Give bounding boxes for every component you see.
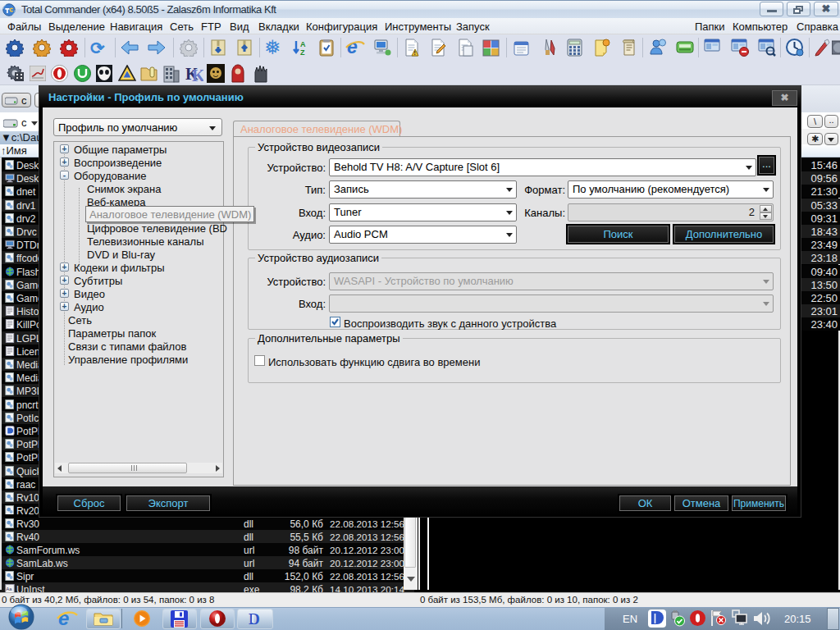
svg-text:e: e [58,608,69,629]
svg-text:Aa: Aa [7,587,13,591]
svg-text:D: D [249,610,260,627]
svg-text:K: K [192,66,203,83]
svg-text:Z: Z [300,48,305,57]
svg-text:A: A [300,40,306,48]
svg-text:e: e [347,36,358,57]
svg-text:!: ! [414,50,416,56]
